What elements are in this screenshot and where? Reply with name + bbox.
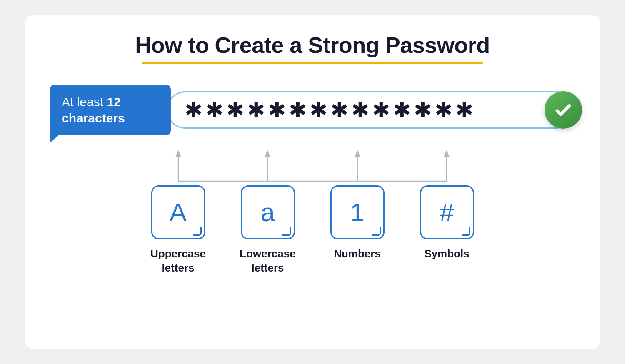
key-uppercase: A xyxy=(151,185,205,239)
icon-col-numbers: 1 Numbers xyxy=(312,185,402,275)
key-char-lowercase: a xyxy=(260,199,275,225)
key-char-numbers: 1 xyxy=(350,199,364,225)
password-field: ✱✱✱✱✱✱✱✱✱✱✱✱✱✱ xyxy=(167,91,575,129)
icon-col-uppercase: A Uppercaseletters xyxy=(133,185,223,275)
key-char-symbols: # xyxy=(440,199,454,225)
label-numbers: Numbers xyxy=(334,247,381,261)
icon-col-lowercase: a Lowercaseletters xyxy=(223,185,312,275)
icon-col-symbols: # Symbols xyxy=(402,185,492,275)
title-underline xyxy=(142,62,483,64)
label-lowercase: Lowercaseletters xyxy=(240,247,295,275)
label-symbols: Symbols xyxy=(424,247,469,261)
svg-marker-4 xyxy=(265,150,270,157)
svg-marker-6 xyxy=(355,150,360,157)
key-char-uppercase: A xyxy=(170,199,187,225)
check-circle xyxy=(545,91,582,129)
page-title: How to Create a Strong Password xyxy=(135,32,490,58)
password-asterisks: ✱✱✱✱✱✱✱✱✱✱✱✱✱✱ xyxy=(185,97,476,122)
main-card: How to Create a Strong Password At least… xyxy=(25,15,600,349)
password-section: At least 12 characters ✱✱✱✱✱✱✱✱✱✱✱✱✱✱ xyxy=(50,85,575,135)
key-numbers: 1 xyxy=(330,185,385,239)
connecting-lines xyxy=(133,148,492,185)
key-symbols: # xyxy=(420,185,474,239)
label-uppercase: Uppercaseletters xyxy=(150,247,206,275)
number-highlight: 12 xyxy=(107,95,120,109)
characters-word: characters xyxy=(62,111,125,125)
key-lowercase: a xyxy=(241,185,295,239)
svg-marker-8 xyxy=(444,150,450,157)
svg-marker-2 xyxy=(175,150,181,157)
checkmark-icon xyxy=(553,100,574,120)
key-icons-row: A Uppercaseletters a Lowercaseletters 1 … xyxy=(133,185,492,275)
characters-label: At least 12 characters xyxy=(50,85,171,135)
